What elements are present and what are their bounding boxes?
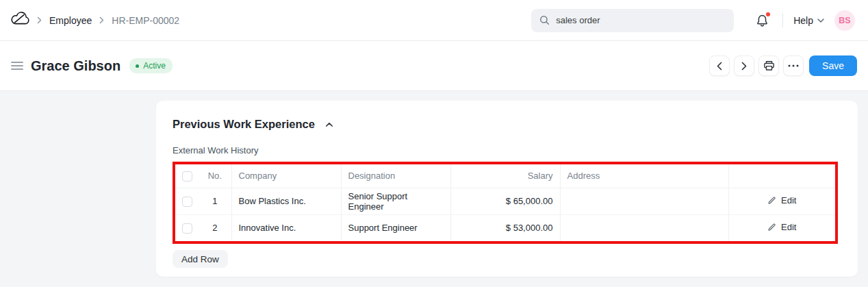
row-1-checkbox[interactable]: [182, 197, 192, 207]
column-header-no: No.: [199, 164, 231, 188]
breadcrumb-item-employee[interactable]: Employee: [49, 15, 92, 26]
section-title: Previous Work Experience: [173, 118, 315, 131]
breadcrumb-item-record-id: HR-EMP-00002: [112, 15, 179, 26]
notifications-button[interactable]: [755, 13, 770, 28]
add-row-button[interactable]: Add Row: [173, 250, 228, 268]
chevron-right-icon: [37, 16, 42, 24]
page-title: Grace Gibson: [31, 58, 120, 74]
status-label: Active: [143, 61, 166, 71]
section-header-previous-work-experience[interactable]: Previous Work Experience: [173, 118, 841, 131]
app-logo[interactable]: [11, 12, 29, 29]
edit-label: Edit: [781, 222, 796, 232]
global-search[interactable]: [531, 9, 734, 32]
user-avatar[interactable]: BS: [834, 10, 855, 31]
row-1-edit-button[interactable]: Edit: [767, 195, 796, 205]
more-options-button[interactable]: [783, 55, 804, 76]
main-content: Previous Work Experience External Work H…: [0, 91, 868, 287]
hamburger-icon: [11, 62, 23, 63]
chevron-right-icon: [741, 62, 747, 71]
edit-label: Edit: [781, 195, 796, 205]
annotation-highlight-box: No. Company Designation Salary Address 1: [173, 162, 838, 244]
search-input[interactable]: [556, 15, 726, 25]
help-menu[interactable]: Help: [793, 15, 824, 26]
chevron-left-icon: [717, 62, 722, 71]
chevron-right-icon: [99, 16, 104, 24]
status-dot-icon: [136, 64, 139, 68]
next-record-button[interactable]: [734, 55, 754, 76]
grid-header-row: No. Company Designation Salary Address: [175, 164, 835, 188]
row-1-designation-cell[interactable]: Senior Support Engineer: [341, 188, 450, 214]
grid-row-2: 2 Innovative Inc. Support Engineer $ 53,…: [175, 214, 835, 241]
row-2-company-cell[interactable]: Innovative Inc.: [231, 214, 341, 241]
column-header-designation: Designation: [341, 164, 450, 188]
chevron-up-icon: [325, 122, 333, 127]
cloud-slash-logo-icon: [11, 12, 29, 29]
row-1-address-cell[interactable]: [560, 188, 728, 214]
select-all-checkbox[interactable]: [182, 171, 192, 182]
help-label: Help: [793, 15, 813, 26]
row-2-salary-cell[interactable]: $ 53,000.00: [450, 214, 560, 241]
form-card: Previous Work Experience External Work H…: [156, 101, 858, 277]
navbar-right-group: Help BS: [531, 9, 855, 32]
breadcrumb: Employee HR-EMP-00002: [29, 15, 179, 26]
row-2-checkbox[interactable]: [182, 223, 192, 234]
prev-record-button[interactable]: [709, 55, 730, 76]
app-window: Employee HR-EMP-00002: [0, 0, 868, 287]
row-2-index: 2: [199, 214, 231, 241]
pencil-icon: [767, 196, 776, 205]
row-1-company-cell[interactable]: Bow Plastics Inc.: [231, 188, 341, 214]
row-2-address-cell[interactable]: [560, 214, 728, 241]
save-button[interactable]: Save: [809, 55, 857, 76]
printer-icon: [763, 60, 775, 71]
row-1-salary-cell[interactable]: $ 65,000.00: [450, 188, 560, 214]
top-navbar: Employee HR-EMP-00002: [0, 0, 868, 41]
column-header-salary: Salary: [450, 164, 560, 188]
grid-field-label: External Work History: [173, 145, 841, 155]
external-work-history-grid: No. Company Designation Salary Address 1: [175, 164, 835, 241]
column-header-actions: [728, 164, 835, 188]
chevron-down-icon: [817, 18, 824, 23]
row-2-edit-button[interactable]: Edit: [767, 222, 796, 232]
unread-notification-dot: [766, 12, 770, 16]
column-header-address: Address: [560, 164, 728, 188]
ellipsis-icon: [788, 64, 799, 67]
print-button[interactable]: [758, 55, 779, 76]
navbar-divider: [782, 13, 783, 27]
page-header: Grace Gibson Active: [0, 41, 868, 91]
status-badge: Active: [129, 58, 173, 73]
bell-icon: [755, 18, 769, 30]
sidebar-toggle-button[interactable]: [11, 62, 23, 70]
page-actions: Save: [709, 55, 857, 76]
column-header-company: Company: [231, 164, 341, 188]
pencil-icon: [767, 223, 776, 232]
row-2-designation-cell[interactable]: Support Engineer: [341, 214, 450, 241]
search-icon: [539, 15, 550, 25]
row-1-index: 1: [199, 188, 231, 214]
grid-row-1: 1 Bow Plastics Inc. Senior Support Engin…: [175, 188, 835, 214]
